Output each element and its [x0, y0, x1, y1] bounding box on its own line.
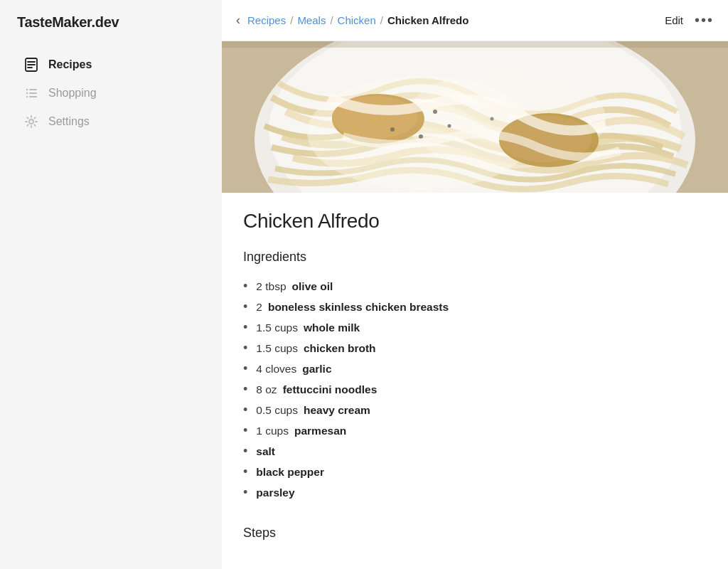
ingredient-name: olive oil: [292, 280, 333, 293]
list-icon: [24, 86, 38, 100]
document-icon: [24, 58, 38, 72]
ingredients-heading: Ingredients: [243, 250, 707, 265]
list-item: •1 cupsparmesan: [243, 420, 707, 441]
recipe-content: Chicken Alfredo Ingredients •2 tbspolive…: [222, 193, 728, 569]
ingredient-name: parmesan: [294, 425, 346, 437]
svg-point-1: [26, 89, 28, 90]
svg-point-3: [26, 92, 28, 94]
bullet-icon: •: [243, 383, 247, 395]
breadcrumb-sep-3: /: [380, 14, 383, 26]
sidebar-item-recipes[interactable]: Recipes: [7, 50, 215, 79]
list-item: •1.5 cupswhole milk: [243, 317, 707, 338]
svg-point-7: [29, 119, 33, 124]
main-content: ‹ Recipes / Meals / Chicken / Chicken Al…: [222, 0, 728, 569]
bullet-icon: •: [243, 486, 247, 499]
header-actions: Edit •••: [665, 12, 714, 28]
list-item: •black pepper: [243, 462, 707, 482]
ingredient-qty: 8 oz: [256, 383, 277, 396]
sidebar-shopping-label: Shopping: [48, 87, 97, 100]
breadcrumb-chicken[interactable]: Chicken: [338, 14, 376, 26]
svg-point-5: [26, 96, 28, 97]
sidebar-settings-label: Settings: [48, 115, 90, 128]
sidebar-item-settings[interactable]: Settings: [7, 107, 215, 136]
list-item: •4 clovesgarlic: [243, 358, 707, 379]
list-item: •1.5 cupschicken broth: [243, 338, 707, 358]
bullet-icon: •: [243, 362, 247, 375]
list-item: •2 tbspolive oil: [243, 276, 707, 297]
svg-point-20: [491, 117, 494, 121]
steps-heading: Steps: [243, 526, 707, 541]
ingredient-qty: 4 cloves: [256, 363, 296, 376]
back-button[interactable]: ‹: [236, 13, 240, 28]
list-item: •salt: [243, 441, 707, 462]
svg-point-19: [419, 134, 423, 139]
ingredient-name: fettuccini noodles: [283, 383, 378, 396]
ingredient-name: whole milk: [304, 321, 360, 334]
breadcrumb-recipes[interactable]: Recipes: [247, 14, 286, 26]
bullet-icon: •: [243, 424, 247, 437]
ingredient-qty: 1 cups: [256, 425, 289, 437]
svg-point-17: [433, 110, 437, 114]
bullet-icon: •: [243, 280, 247, 292]
ingredient-name: salt: [256, 445, 275, 458]
header-bar: ‹ Recipes / Meals / Chicken / Chicken Al…: [222, 0, 728, 41]
gear-icon: [24, 115, 38, 129]
app-logo: TasteMaker.dev: [0, 14, 222, 50]
edit-button[interactable]: Edit: [665, 14, 683, 26]
bullet-icon: •: [243, 300, 247, 313]
ingredients-list: •2 tbspolive oil•2boneless skinless chic…: [243, 276, 707, 503]
bullet-icon: •: [243, 403, 247, 416]
breadcrumb: ‹ Recipes / Meals / Chicken / Chicken Al…: [236, 13, 469, 28]
recipe-title: Chicken Alfredo: [243, 210, 707, 233]
ingredient-name: heavy cream: [304, 404, 370, 417]
list-item: •0.5 cupsheavy cream: [243, 400, 707, 420]
list-item: •parsley: [243, 482, 707, 503]
ingredient-name: boneless skinless chicken breasts: [268, 301, 449, 314]
ingredient-qty: 2 tbsp: [256, 280, 286, 293]
bullet-icon: •: [243, 465, 247, 478]
sidebar-item-shopping[interactable]: Shopping: [7, 79, 215, 107]
breadcrumb-meals[interactable]: Meals: [297, 14, 326, 26]
bullet-icon: •: [243, 321, 247, 334]
ingredient-name: chicken broth: [304, 342, 376, 355]
ingredient-name: parsley: [256, 486, 294, 499]
svg-rect-22: [222, 41, 728, 48]
breadcrumb-sep-2: /: [330, 14, 333, 26]
ingredient-name: garlic: [302, 363, 331, 376]
list-item: •8 ozfettuccini noodles: [243, 379, 707, 400]
svg-point-21: [390, 127, 395, 132]
more-button[interactable]: •••: [695, 12, 714, 28]
hero-image: [222, 41, 728, 193]
sidebar: TasteMaker.dev Recipes Shopping: [0, 0, 222, 569]
list-item: •2boneless skinless chicken breasts: [243, 297, 707, 317]
ingredient-qty: 2: [256, 301, 262, 314]
ingredient-qty: 1.5 cups: [256, 342, 298, 355]
svg-point-18: [448, 124, 451, 128]
ingredient-qty: 1.5 cups: [256, 321, 298, 334]
ingredient-qty: 0.5 cups: [256, 404, 298, 417]
bullet-icon: •: [243, 445, 247, 457]
bullet-icon: •: [243, 341, 247, 354]
ingredient-name: black pepper: [256, 466, 324, 479]
breadcrumb-current: Chicken Alfredo: [387, 14, 469, 26]
sidebar-recipes-label: Recipes: [48, 58, 92, 71]
breadcrumb-sep-1: /: [290, 14, 293, 26]
